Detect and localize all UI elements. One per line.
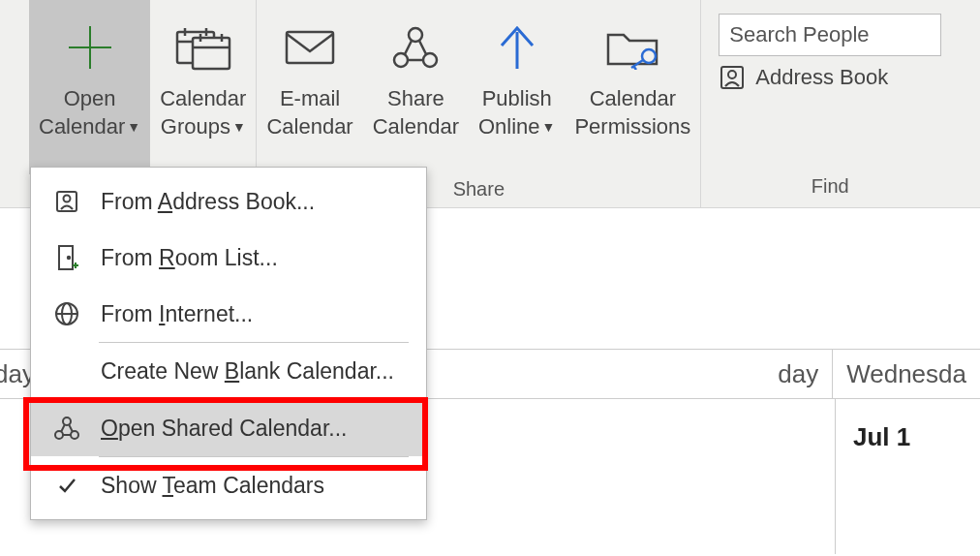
share-icon xyxy=(50,416,83,441)
menu-open-shared-calendar[interactable]: Open Shared Calendar... xyxy=(31,400,426,456)
email-calendar-label1: E-mail xyxy=(280,85,340,113)
address-book-icon xyxy=(719,64,746,91)
address-book-label: Address Book xyxy=(755,65,888,90)
svg-point-22 xyxy=(728,71,736,78)
svg-rect-10 xyxy=(287,32,333,63)
svg-rect-6 xyxy=(193,38,230,69)
calendar-date-cell[interactable]: Jul 1 xyxy=(835,399,980,554)
share-calendar-label1: Share xyxy=(387,85,444,113)
calendar-groups-button[interactable]: Calendar Groups▼ xyxy=(150,0,256,174)
share-calendar-label2: Calendar xyxy=(373,113,459,141)
calendar-permissions-label1: Calendar xyxy=(590,85,676,113)
svg-point-24 xyxy=(64,196,71,202)
calendar-groups-label1: Calendar xyxy=(160,85,246,113)
svg-line-14 xyxy=(405,41,412,54)
svg-point-13 xyxy=(423,53,437,67)
publish-online-label1: Publish xyxy=(482,85,552,113)
svg-line-36 xyxy=(69,424,73,432)
address-book-icon xyxy=(50,189,83,214)
open-calendar-menu: From Address Book... From Room List... F… xyxy=(30,167,427,520)
calendar-permissions-button[interactable]: Calendar Permissions xyxy=(565,0,700,174)
envelope-icon xyxy=(285,17,335,77)
menu-show-team-calendars[interactable]: Show Team Calendars xyxy=(31,457,426,513)
folder-key-icon xyxy=(604,17,660,77)
calendar-groups-icon xyxy=(175,17,231,77)
menu-from-room-list[interactable]: From Room List... xyxy=(31,230,426,286)
svg-line-20 xyxy=(633,66,636,70)
menu-label: Open Shared Calendar... xyxy=(101,416,347,442)
find-group-label: Find xyxy=(812,171,849,203)
menu-label: Create New Blank Calendar... xyxy=(101,358,394,385)
open-calendar-button[interactable]: Open Calendar▼ xyxy=(29,0,150,174)
calendar-groups-label2: Groups▼ xyxy=(161,113,246,141)
svg-point-12 xyxy=(394,53,408,67)
svg-line-15 xyxy=(419,41,426,54)
menu-from-internet[interactable]: From Internet... xyxy=(31,286,426,342)
svg-line-35 xyxy=(61,424,65,432)
globe-icon xyxy=(50,301,83,326)
day-header-wednesday-partial: Wednesda xyxy=(833,350,980,398)
day-header-tuesday-partial: day xyxy=(435,350,833,398)
share-calendar-button[interactable]: Share Calendar xyxy=(363,0,469,174)
email-calendar-label2: Calendar xyxy=(266,113,352,141)
email-calendar-button[interactable]: E-mail Calendar xyxy=(257,0,362,174)
upload-arrow-icon xyxy=(496,17,538,77)
open-calendar-label1: Open xyxy=(64,85,116,113)
menu-label: From Internet... xyxy=(101,301,253,327)
find-group: Search People Address Book Find xyxy=(701,0,959,207)
open-calendar-label2: Calendar▼ xyxy=(39,113,140,141)
menu-label: From Room List... xyxy=(101,245,278,271)
share-icon xyxy=(391,17,440,77)
open-calendar-icon xyxy=(65,17,115,77)
calendar-permissions-label2: Permissions xyxy=(574,113,690,141)
menu-label: Show Team Calendars xyxy=(101,473,324,499)
menu-create-blank-calendar[interactable]: Create New Blank Calendar... xyxy=(31,343,426,399)
checkmark-icon xyxy=(50,476,83,495)
menu-from-address-book[interactable]: From Address Book... xyxy=(31,173,426,230)
svg-point-26 xyxy=(68,257,70,259)
share-group-label: Share xyxy=(453,174,505,206)
svg-point-11 xyxy=(409,28,422,42)
search-people-input[interactable]: Search People xyxy=(719,14,941,56)
door-icon xyxy=(50,244,83,271)
publish-online-button[interactable]: Publish Online▼ xyxy=(469,0,565,174)
address-book-button[interactable]: Address Book xyxy=(719,64,941,91)
menu-label: From Address Book... xyxy=(101,189,315,215)
publish-online-label2: Online▼ xyxy=(478,113,555,141)
svg-point-18 xyxy=(642,49,656,63)
